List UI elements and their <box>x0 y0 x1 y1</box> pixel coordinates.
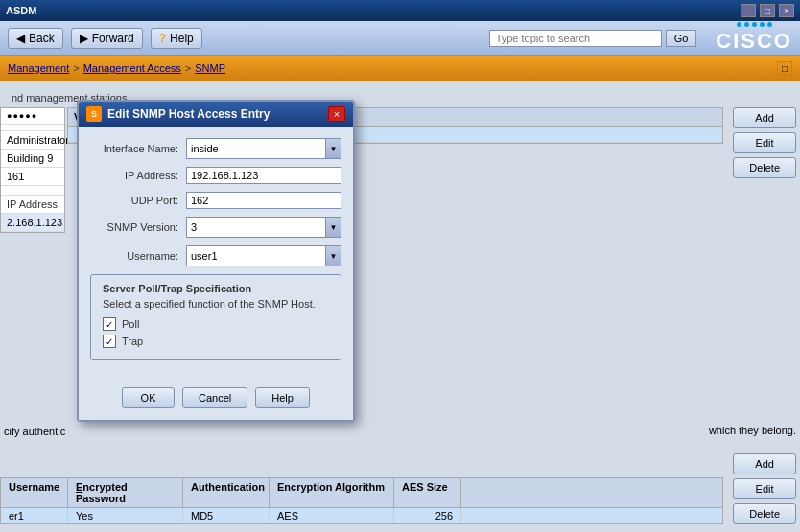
sidebar-item-administrator[interactable]: Administrator <box>1 131 64 150</box>
edit-snmp-button[interactable]: Edit <box>733 132 796 153</box>
dialog-footer: OK Cancel Help <box>79 380 353 420</box>
go-button[interactable]: Go <box>666 30 697 47</box>
forward-button[interactable]: ▶ Forward <box>71 28 143 49</box>
col-encrypted-password-label: E <box>76 481 82 493</box>
server-spec-desc: Select a specified function of the SNMP … <box>103 298 329 310</box>
maximize-btn[interactable]: □ <box>760 4 775 17</box>
interface-name-value: inside <box>187 141 325 156</box>
delete-user-button[interactable]: Delete <box>733 503 796 524</box>
snmp-action-buttons: Add Edit Delete <box>733 107 796 178</box>
breadcrumb-snmp[interactable]: SNMP <box>195 62 225 74</box>
minimize-btn[interactable]: — <box>741 4 756 17</box>
delete-snmp-button[interactable]: Delete <box>733 157 796 178</box>
col-encrypted-password: Encrypted Password <box>68 478 183 507</box>
dialog-body: Interface Name: inside ▼ IP Address: UDP… <box>79 127 353 380</box>
poll-label: Poll <box>122 318 139 330</box>
breadcrumb-management[interactable]: Management <box>8 62 69 74</box>
trap-checkbox[interactable] <box>103 335 116 348</box>
add-user-button[interactable]: Add <box>733 453 796 474</box>
close-btn[interactable]: × <box>779 4 794 17</box>
snmp-version-select[interactable]: 3 ▼ <box>186 217 341 238</box>
users-table: Username Encrypted Password Authenticati… <box>0 477 723 524</box>
trap-label: Trap <box>122 335 143 347</box>
bottom-desc-left: cify authentic <box>4 426 65 437</box>
udp-port-label: UDP Port: <box>90 195 186 206</box>
help-icon: ? <box>159 32 166 45</box>
edit-user-button[interactable]: Edit <box>733 478 796 499</box>
sidebar-item-161[interactable]: 161 <box>1 168 64 186</box>
cancel-button[interactable]: Cancel <box>182 387 247 408</box>
breadcrumb-sep-1: > <box>73 62 79 74</box>
server-spec-group: Server Poll/Trap Specification Select a … <box>90 274 341 360</box>
sidebar-list: ●●●●● Administrator Building 9 161 IP Ad… <box>0 107 65 233</box>
udp-port-input[interactable] <box>186 192 341 209</box>
dialog-icon: S <box>86 106 102 122</box>
interface-name-select[interactable]: inside ▼ <box>186 138 341 159</box>
ok-button[interactable]: OK <box>122 387 175 408</box>
forward-arrow-icon: ▶ <box>80 32 88 45</box>
back-button[interactable]: ◀ Back <box>8 28 63 49</box>
breadcrumb-sep-2: > <box>185 62 191 74</box>
interface-name-arrow[interactable]: ▼ <box>325 139 341 158</box>
bottom-description: cify authentic which they belong. <box>0 423 800 440</box>
interface-name-label: Interface Name: <box>90 143 186 154</box>
dialog-close-button[interactable]: × <box>328 106 345 122</box>
back-arrow-icon: ◀ <box>16 32 25 45</box>
dialog-title: S Edit SNMP Host Access Entry <box>86 106 270 122</box>
app-title: ASDM <box>6 5 36 16</box>
cisco-text: CISCO <box>716 29 792 54</box>
sidebar-item-blank2 <box>1 186 64 196</box>
sidebar-item-ip-address: IP Address <box>1 196 64 214</box>
help-button[interactable]: ? Help <box>151 28 202 49</box>
snmp-version-value: 3 <box>187 220 325 235</box>
sidebar-item-building9[interactable]: Building 9 <box>1 150 64 168</box>
ip-address-label: IP Address: <box>90 170 186 181</box>
snmp-version-label: SNMP Version: <box>90 221 186 233</box>
breadcrumb-management-access[interactable]: Management Access <box>83 62 181 74</box>
row-username: er1 <box>1 508 68 523</box>
search-input[interactable] <box>489 30 662 47</box>
help-label: Help <box>170 32 194 45</box>
username-row: Username: user1 ▼ <box>90 245 341 266</box>
users-action-buttons: Add Edit Delete <box>733 453 796 524</box>
row-authentication: MD5 <box>183 508 270 523</box>
breadcrumb: Management > Management Access > SNMP □ <box>0 56 800 81</box>
cisco-logo: CISCO <box>716 22 792 54</box>
toolbar: ◀ Back ▶ Forward ? Help Go CISCO <box>0 21 800 56</box>
maximize-content-btn[interactable]: □ <box>777 61 792 76</box>
users-table-row[interactable]: er1 Yes MD5 AES 256 <box>0 508 723 524</box>
udp-port-row: UDP Port: <box>90 192 341 209</box>
row-aes-size: 256 <box>394 508 461 523</box>
row-encryption-algo: AES <box>270 508 394 523</box>
interface-name-row: Interface Name: inside ▼ <box>90 138 341 159</box>
username-arrow[interactable]: ▼ <box>325 246 341 266</box>
back-label: Back <box>29 32 55 45</box>
sidebar-item-dots: ●●●●● <box>1 108 64 125</box>
ip-address-input[interactable] <box>186 167 341 184</box>
forward-label: Forward <box>92 32 134 45</box>
window-controls: — □ × <box>741 4 794 17</box>
username-value: user1 <box>187 248 325 264</box>
col-username: Username <box>1 478 68 507</box>
col-encryption-algo: Encryption Algorithm <box>270 478 394 507</box>
main-content: nd management stations. ●●●●● Administra… <box>0 81 800 532</box>
dialog-title-text: Edit SNMP Host Access Entry <box>107 107 270 121</box>
sidebar-item-ip-value[interactable]: 2.168.1.123 <box>1 214 64 232</box>
row-encrypted-password: Yes <box>68 508 183 523</box>
username-label: Username: <box>90 250 186 262</box>
sidebar-item-blank1 <box>1 125 64 131</box>
col-aes-size: AES Size <box>394 478 461 507</box>
edit-snmp-dialog: S Edit SNMP Host Access Entry × Interfac… <box>77 100 355 422</box>
snmp-version-row: SNMP Version: 3 ▼ <box>90 217 341 238</box>
username-select[interactable]: user1 ▼ <box>186 245 341 266</box>
trap-checkbox-row: Trap <box>103 335 329 348</box>
dialog-icon-label: S <box>91 109 97 119</box>
ip-address-row: IP Address: <box>90 167 341 184</box>
snmp-version-arrow[interactable]: ▼ <box>325 218 341 237</box>
users-table-header: Username Encrypted Password Authenticati… <box>0 477 723 508</box>
poll-checkbox[interactable] <box>103 317 116 331</box>
dialog-title-bar: S Edit SNMP Host Access Entry × <box>79 102 353 127</box>
add-snmp-button[interactable]: Add <box>733 107 796 128</box>
dialog-help-button[interactable]: Help <box>255 387 310 408</box>
bottom-desc-right: which they belong. <box>709 425 796 436</box>
